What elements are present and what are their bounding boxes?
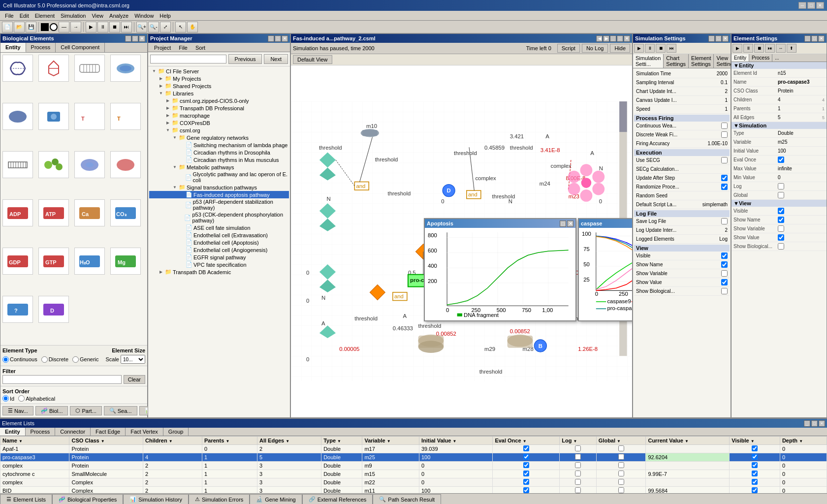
bio-element-6[interactable] [38, 103, 69, 130]
sim-global-check[interactable] [778, 192, 784, 198]
col-global[interactable]: Global ▼ [596, 437, 646, 445]
apoptosis-restore[interactable]: □ [560, 220, 566, 227]
bio-element-mg[interactable]: Mg [110, 248, 141, 275]
bio-element-gtp[interactable]: GTP [38, 248, 69, 275]
bio-element-14[interactable]: D [38, 296, 69, 323]
menu-simulation[interactable]: Simulation [58, 12, 89, 20]
caspase-chart-titlebar[interactable]: caspase □ ✕ [579, 219, 632, 228]
bottom-tab-connector[interactable]: Connector [55, 428, 91, 436]
radio-continuous[interactable] [2, 356, 9, 363]
footer-tab-simhistory[interactable]: 📊 Simulation History [123, 494, 189, 504]
save-log-check[interactable] [721, 218, 728, 224]
col-cso[interactable]: CSO Class ▼ [69, 437, 143, 445]
tree-item[interactable]: 📄Switching mechanism of lambda phage [149, 141, 289, 149]
view-showval-check[interactable] [778, 234, 784, 241]
proj-close[interactable]: ✕ [282, 35, 288, 42]
tree-item[interactable]: ▶📁Transpath DB Professional [149, 104, 289, 112]
tree-item[interactable]: 📄VPC fate specification [149, 261, 289, 268]
sim-panel-controls[interactable]: _ □ ✕ [708, 35, 729, 42]
tree-item[interactable]: 📄p53 (CDK-dependent phosphorylation path… [149, 211, 289, 224]
table-row[interactable]: complex Complex 2 1 3 Double m22 0 0 [0, 478, 827, 487]
elem-minimize[interactable]: _ [804, 35, 811, 42]
bottom-minimize[interactable]: _ [804, 420, 810, 427]
es-tb-1[interactable]: ▶ [732, 44, 742, 53]
bottom-restore[interactable]: □ [811, 420, 818, 427]
proj-tab-sort[interactable]: Sort [191, 44, 209, 52]
tree-item[interactable]: ▶📁csml.org.zipped-CIOS.0-only [149, 97, 289, 104]
show-name-check[interactable] [721, 261, 728, 268]
tb-circle[interactable] [50, 23, 58, 31]
bottom-tab-process[interactable]: Process [26, 428, 56, 436]
view-showvar-check[interactable] [778, 225, 784, 232]
bio-tab-process[interactable]: Process [26, 43, 56, 52]
bio-element-adp[interactable]: ADP [2, 199, 33, 226]
tb-line[interactable]: — [59, 22, 69, 32]
col-eval[interactable]: Eval Once ▼ [493, 437, 560, 445]
bio-element-8[interactable]: T [110, 103, 141, 130]
table-row[interactable]: Apaf-1 Protein 0 2 Double m17 39.039 0 [0, 445, 827, 453]
tree-item[interactable]: ▶📁COXPresDB [149, 119, 289, 126]
part-btn[interactable]: ⬡Part... [70, 406, 101, 415]
show-var-check[interactable] [721, 270, 728, 277]
canvas-nav-fwd[interactable]: ▶ [603, 35, 609, 42]
nav-btn[interactable]: ☰Nav... [2, 406, 33, 415]
es-tb-4[interactable]: ⏭ [765, 44, 775, 53]
radio-discrete[interactable] [41, 356, 48, 363]
bio-close[interactable]: ✕ [139, 35, 145, 42]
bio-element-h2o[interactable]: H₂O [74, 248, 105, 275]
footer-tab-pathsearch[interactable]: 🔍 Path Search Result [373, 494, 441, 504]
tree-item[interactable]: 📄Glycolytic pathway and lac operon of E.… [149, 171, 289, 184]
bio-element-4[interactable] [110, 55, 141, 82]
bio-element-ca[interactable]: Ca [74, 199, 105, 226]
hand-tool[interactable]: ✋ [187, 22, 198, 32]
sim-tab-chart[interactable]: Chart Settings [664, 54, 689, 68]
table-row[interactable]: complex Protein 2 1 3 Double m9 0 0 [0, 462, 827, 470]
scale-select[interactable]: 10... [121, 355, 145, 364]
bio-element-3[interactable] [74, 55, 105, 82]
cursor-tool[interactable]: ↖ [175, 22, 186, 32]
col-parents[interactable]: Parents ▼ [202, 437, 257, 445]
col-initial[interactable]: Initial Value ▼ [419, 437, 492, 445]
view-showbio-check[interactable] [778, 243, 784, 250]
cont-weak-check[interactable] [721, 123, 728, 129]
proj-tab-project[interactable]: Project [150, 44, 175, 52]
footer-tab-extrefs[interactable]: 🔗 External References [302, 494, 373, 504]
menu-view[interactable]: View [89, 12, 106, 20]
bio-element-atp[interactable]: ATP [38, 199, 69, 226]
es-tb-3[interactable]: ⏹ [754, 44, 764, 53]
sim-log-check[interactable] [778, 183, 784, 189]
col-visible[interactable]: Visible ▼ [730, 437, 780, 445]
table-row[interactable]: cytochrome c SmallMolecule 2 1 3 Double … [0, 470, 827, 478]
sim-tb-1[interactable]: ▶ [634, 44, 644, 53]
footer-tab-simerrors[interactable]: ⚠ Simulation Errors [189, 494, 250, 504]
col-variable[interactable]: Variable ▼ [362, 437, 419, 445]
col-alledges[interactable]: All Edges ▼ [257, 437, 321, 445]
bio-element-co2[interactable]: CO₂ [110, 199, 141, 226]
tree-item[interactable]: ▼📁CI File Server [149, 67, 289, 75]
apoptosis-close[interactable]: ✕ [567, 220, 573, 227]
es-tb-5[interactable]: ↔ [776, 44, 786, 53]
show-val-check[interactable] [721, 279, 728, 285]
tree-item[interactable]: 📄Fas-induced apoptosis pathway [149, 191, 289, 198]
close-btn[interactable]: ✕ [816, 2, 824, 9]
bottom-tab-entity[interactable]: Entity [0, 428, 26, 436]
es-tb-2[interactable]: ⏸ [743, 44, 753, 53]
menu-analyze[interactable]: Analyze [106, 12, 131, 20]
bio-element-1[interactable] [2, 55, 33, 82]
bio-element-10[interactable] [38, 151, 69, 178]
apoptosis-chart-titlebar[interactable]: Apoptosis □ ✕ [425, 219, 575, 228]
tree-item[interactable]: 📄Endothelial cell (Angiogenesis) [149, 246, 289, 253]
tree-item[interactable]: ▼📁csml.org [149, 126, 289, 134]
bio-tab-cellcomp[interactable]: Cell Component [56, 43, 105, 52]
canvas-area[interactable]: threshold threshold threshold threshold … [291, 65, 632, 417]
sim-tab-elem[interactable]: Element Settings [689, 54, 714, 68]
sim-tab-simset[interactable]: Simulation Setti... [633, 54, 664, 68]
bio-element-2[interactable] [38, 55, 69, 82]
bio-element-11[interactable] [74, 151, 105, 178]
minimize-btn[interactable]: ─ [798, 2, 806, 9]
col-children[interactable]: Children ▼ [143, 437, 202, 445]
tree-item[interactable]: ▶📁Shared Projects [149, 82, 289, 90]
col-type[interactable]: Type ▼ [321, 437, 362, 445]
col-current[interactable]: Current Value ▼ [646, 437, 730, 445]
footer-tab-elementlists[interactable]: ☰ Element Lists [0, 494, 52, 504]
